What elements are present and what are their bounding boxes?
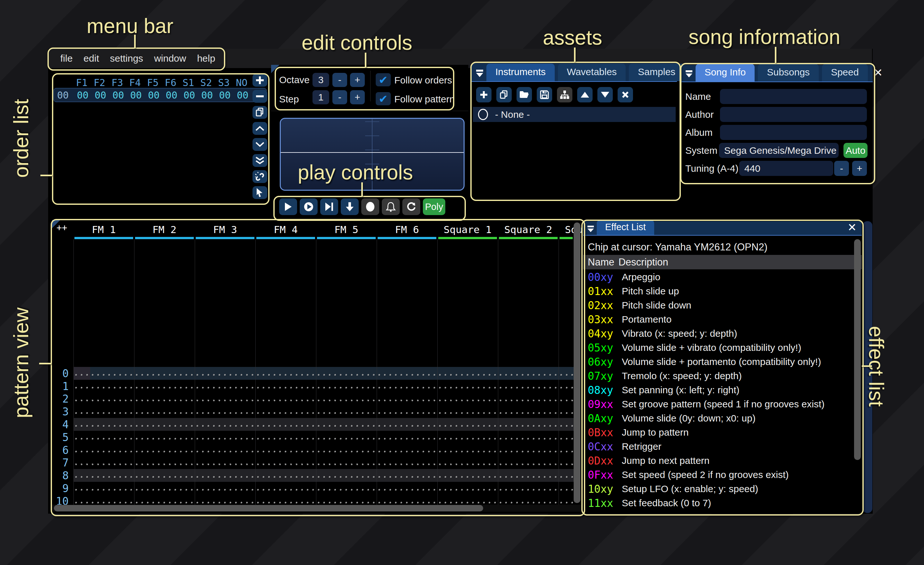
pattern-cell[interactable] <box>376 405 437 418</box>
pattern-cell[interactable] <box>316 367 376 380</box>
delete-asset-button[interactable] <box>618 87 633 102</box>
pattern-cell[interactable] <box>255 444 316 457</box>
pattern-cell[interactable] <box>255 482 316 495</box>
order-cell[interactable]: 00 <box>163 90 180 101</box>
effect-row[interactable]: 0DxxJump to next pattern <box>583 454 862 468</box>
pattern-row[interactable]: 4 <box>52 418 582 431</box>
pattern-cell[interactable] <box>195 431 255 444</box>
pattern-cell[interactable] <box>134 367 195 380</box>
pattern-cell[interactable] <box>134 380 195 392</box>
pattern-cell[interactable] <box>195 418 255 431</box>
tab-samples[interactable]: Samples <box>629 63 684 81</box>
play-button[interactable] <box>279 198 297 215</box>
channel-header-fm-1[interactable]: FM 1 <box>74 224 134 235</box>
pattern-cell[interactable] <box>134 418 195 431</box>
pattern-vertical-scrollbar[interactable] <box>574 222 580 503</box>
pattern-cell[interactable] <box>195 392 255 406</box>
effect-list-scrollbar[interactable] <box>854 239 861 460</box>
collapse-icon[interactable] <box>475 68 484 78</box>
channel-header-fm-6[interactable]: FM 6 <box>376 224 437 235</box>
order-cell[interactable]: 00 <box>180 90 198 101</box>
order-remove-button[interactable] <box>252 90 267 103</box>
order-duplicate-button[interactable] <box>252 106 267 119</box>
step-row-button[interactable] <box>341 198 359 215</box>
system-select[interactable]: Sega Genesis/Mega Drive <box>719 143 838 158</box>
pattern-cell[interactable] <box>437 380 498 392</box>
pattern-cell[interactable] <box>255 405 316 418</box>
pattern-cell[interactable] <box>437 431 498 444</box>
tuning-plus-button[interactable]: + <box>852 161 867 176</box>
tab-instruments[interactable]: Instruments <box>486 63 555 81</box>
play-from-cursor-button[interactable] <box>320 198 338 215</box>
pattern-cell[interactable] <box>255 457 316 469</box>
pattern-cell[interactable] <box>255 380 316 392</box>
pattern-cell[interactable] <box>195 405 255 418</box>
octave-value[interactable]: 3 <box>312 73 329 87</box>
pattern-row[interactable]: 1 <box>52 380 582 392</box>
effect-row[interactable]: 00xyArpeggio <box>583 270 862 284</box>
order-cursor-button[interactable] <box>252 186 267 199</box>
effect-row[interactable]: 11xxSet feedback (0 to 7) <box>583 496 862 510</box>
pattern-cell[interactable] <box>255 392 316 406</box>
pattern-cell[interactable] <box>376 367 437 380</box>
pattern-row[interactable]: 3 <box>52 405 582 418</box>
system-auto-button[interactable]: Auto <box>843 143 867 158</box>
pattern-cell[interactable] <box>498 469 559 482</box>
menu-item-help[interactable]: help <box>197 53 215 64</box>
pattern-cell[interactable] <box>74 457 134 469</box>
pattern-cell[interactable] <box>134 405 195 418</box>
pattern-row[interactable]: 9 <box>52 482 582 495</box>
effect-row[interactable]: 09xxSet groove pattern (speed 1 if no gr… <box>583 397 862 411</box>
step-minus-button[interactable]: - <box>332 90 347 104</box>
pattern-cell[interactable] <box>134 431 195 444</box>
pattern-cell[interactable] <box>134 392 195 406</box>
collapse-icon[interactable] <box>685 69 694 78</box>
pattern-row[interactable]: 2 <box>52 392 582 406</box>
effect-row[interactable]: 10xySetup LFO (x: enable; y: speed) <box>583 482 862 496</box>
pattern-cell[interactable] <box>376 392 437 406</box>
order-cell[interactable]: 00 <box>127 90 145 101</box>
order-row[interactable]: 0000000000000000000000 <box>54 88 267 102</box>
channel-header-square-2[interactable]: Square 2 <box>498 224 559 235</box>
order-cell[interactable]: 00 <box>145 90 163 101</box>
pattern-cell[interactable] <box>559 392 574 406</box>
poly-button[interactable]: Poly <box>423 198 446 215</box>
pattern-cell[interactable] <box>255 431 316 444</box>
pattern-cell[interactable] <box>437 482 498 495</box>
tab-song-info[interactable]: Song Info <box>696 64 754 81</box>
channel-header-fm-5[interactable]: FM 5 <box>316 224 376 235</box>
pattern-cell[interactable] <box>559 380 574 392</box>
pattern-cell[interactable] <box>437 418 498 431</box>
pattern-cell[interactable] <box>559 367 574 380</box>
pattern-cell[interactable] <box>498 367 559 380</box>
pattern-cell[interactable] <box>74 444 134 457</box>
pattern-options-button[interactable]: ++ <box>57 222 68 233</box>
tab-wavetables[interactable]: Wavetables <box>558 63 626 81</box>
pattern-cell[interactable] <box>559 431 574 444</box>
asset-folder-tree-button[interactable] <box>557 87 572 102</box>
pattern-cell[interactable] <box>74 380 134 392</box>
pattern-cell[interactable] <box>316 431 376 444</box>
close-icon[interactable]: ✕ <box>871 66 888 81</box>
pattern-cell[interactable] <box>134 469 195 482</box>
pattern-cell[interactable] <box>559 469 574 482</box>
duplicate-asset-button[interactable] <box>496 87 512 102</box>
song-author-input[interactable] <box>720 107 867 122</box>
tuning-input[interactable]: 440 <box>739 161 833 176</box>
pattern-cell[interactable] <box>195 367 255 380</box>
channel-header-fm-3[interactable]: FM 3 <box>195 224 255 235</box>
effect-row[interactable]: 08xySet panning (x: left; y: right) <box>583 383 862 397</box>
pattern-cell[interactable] <box>376 469 437 482</box>
pattern-cell[interactable] <box>255 367 316 380</box>
effect-row[interactable]: 06xyVolume slide + portamento (compatibi… <box>583 355 862 369</box>
pattern-cell[interactable] <box>498 457 559 469</box>
octave-minus-button[interactable]: - <box>332 73 347 87</box>
pattern-cell[interactable] <box>316 457 376 469</box>
pattern-cell[interactable] <box>195 482 255 495</box>
channel-header-fm-2[interactable]: FM 2 <box>134 224 195 235</box>
pattern-cell[interactable] <box>134 482 195 495</box>
pattern-cell[interactable] <box>437 469 498 482</box>
pattern-cell[interactable] <box>195 469 255 482</box>
order-cell[interactable]: 00 <box>110 90 127 101</box>
pattern-cell[interactable] <box>376 431 437 444</box>
